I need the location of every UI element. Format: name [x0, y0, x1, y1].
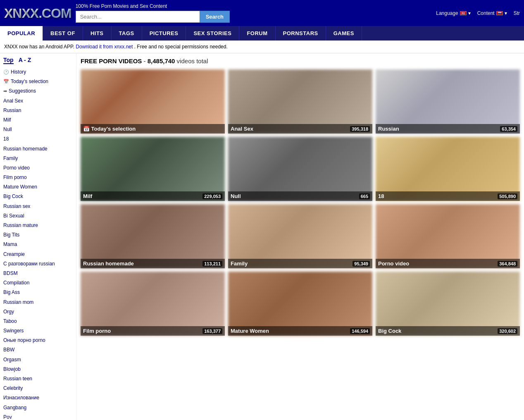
- str-button[interactable]: Str: [514, 10, 520, 16]
- video-thumb-7[interactable]: Family95,349: [228, 204, 372, 268]
- nav-item-games[interactable]: GAMES: [326, 26, 362, 41]
- video-thumb-5[interactable]: 18505,890: [376, 137, 520, 201]
- sidebar-category-russian-sex[interactable]: Russian sex: [2, 202, 76, 211]
- sidebar-category-bdsm[interactable]: BDSM: [2, 269, 76, 278]
- video-thumb-10[interactable]: Mature Women146,594: [228, 272, 372, 336]
- sidebar-category-film-porno[interactable]: Film porno: [2, 173, 76, 182]
- video-thumb-6[interactable]: Russian homemade113,211: [81, 204, 225, 268]
- sidebar-category-pov[interactable]: Pov: [2, 413, 76, 420]
- sidebar-category-creampie[interactable]: Creampie: [2, 250, 76, 259]
- sidebar-category-bbw[interactable]: BBW: [2, 345, 76, 355]
- video-thumb-3[interactable]: Milf229,053: [81, 137, 225, 201]
- video-title-0: 📅 Today's selection: [83, 126, 136, 132]
- video-label-2: Russian63,354: [376, 124, 520, 134]
- nav-item-hits[interactable]: HITS: [83, 26, 112, 41]
- video-thumb-9[interactable]: Film porno163,377: [81, 272, 225, 336]
- nav-item-pornstars[interactable]: PORNSTARS: [276, 26, 326, 41]
- sidebar-category-milf[interactable]: Milf: [2, 115, 76, 125]
- video-count-3: 229,053: [202, 193, 222, 199]
- sidebar-category-orgy[interactable]: Orgy: [2, 307, 76, 317]
- video-thumb-11[interactable]: Big Cock320,602: [376, 272, 520, 336]
- video-count-4: 665: [359, 193, 370, 199]
- video-label-11: Big Cock320,602: [376, 326, 520, 336]
- sidebar-category-taboo[interactable]: Taboo: [2, 317, 76, 326]
- video-thumb-8[interactable]: Porno video364,848: [376, 204, 520, 268]
- sidebar-category-blowjob[interactable]: Blowjob: [2, 365, 76, 374]
- video-count-8: 364,848: [498, 261, 517, 267]
- navbar: POPULARBEST OFHITSTAGSPICTURESSEX STORIE…: [0, 26, 524, 41]
- sidebar-category-gangbang[interactable]: Gangbang: [2, 403, 76, 413]
- video-label-5: 18505,890: [376, 191, 520, 201]
- logo-area: XNXX.COM: [4, 7, 71, 20]
- video-count-1: 395,318: [350, 126, 370, 132]
- video-label-9: Film porno163,377: [81, 326, 225, 336]
- sidebar-tab-az[interactable]: A - Z: [19, 57, 31, 64]
- site-logo[interactable]: XNXX.COM: [4, 7, 71, 20]
- video-title-3: Milf: [83, 193, 92, 199]
- sidebar-category-18[interactable]: 18: [2, 134, 76, 144]
- sidebar-category-big-ass[interactable]: Big Ass: [2, 288, 76, 297]
- sidebar-category-russian-homemade[interactable]: Russian homemade: [2, 144, 76, 154]
- language-button[interactable]: Language 🇬🇧 ▾: [436, 10, 470, 16]
- sidebar-category-anal-sex[interactable]: Anal Sex: [2, 96, 76, 106]
- sidebar-link-history[interactable]: 🕐History: [2, 67, 76, 77]
- video-count-11: 320,602: [498, 328, 517, 334]
- nav-item-sex-stories[interactable]: SEX STORIES: [186, 26, 239, 41]
- sidebar-category-russian[interactable]: Russian: [2, 106, 76, 115]
- sidebar-category-russian-mom[interactable]: Russian mom: [2, 298, 76, 307]
- sidebar-link-icon: ➡: [3, 88, 7, 95]
- sidebar-category-big-cock[interactable]: Big Cock: [2, 192, 76, 201]
- video-title-5: 18: [378, 193, 384, 199]
- header-middle: 100% Free Porn Movies and Sex Content Se…: [76, 3, 432, 23]
- tagline: 100% Free Porn Movies and Sex Content: [76, 3, 432, 9]
- sidebar-category-с-разговорами-russian[interactable]: С разговорами russian: [2, 259, 76, 269]
- video-label-0: 📅 Today's selection: [81, 124, 225, 134]
- sidebar-category-swingers[interactable]: Swingers: [2, 326, 76, 336]
- search-input[interactable]: [76, 11, 200, 23]
- sidebar-category-celebrity[interactable]: Celebrity: [2, 384, 76, 393]
- sidebar-category-porno-video[interactable]: Porno video: [2, 163, 76, 173]
- content-flag-icon: 🇷🇺: [496, 11, 503, 15]
- video-title-9: Film porno: [83, 328, 111, 334]
- sidebar-special-links: 🕐History📅Today's selection➡Suggestions: [2, 67, 76, 96]
- sidebar-link-label: Suggestions: [9, 87, 36, 95]
- sidebar-link-suggestions[interactable]: ➡Suggestions: [2, 86, 76, 96]
- nav-item-pictures[interactable]: PICTURES: [142, 26, 186, 41]
- video-thumb-1[interactable]: Anal Sex395,318: [228, 69, 372, 134]
- language-flag-icon: 🇬🇧: [460, 11, 467, 15]
- nav-item-popular[interactable]: POPULAR: [0, 26, 43, 41]
- content-chevron-icon: ▾: [505, 10, 507, 16]
- header: XNXX.COM 100% Free Porn Movies and Sex C…: [0, 0, 524, 26]
- nav-item-tags[interactable]: TAGS: [112, 26, 142, 41]
- video-thumb-2[interactable]: Russian63,354: [376, 69, 520, 134]
- sidebar-category-family[interactable]: Family: [2, 154, 76, 163]
- sidebar-category-big-tits[interactable]: Big Tits: [2, 230, 76, 240]
- video-thumb-4[interactable]: Null665: [228, 137, 372, 201]
- video-label-4: Null665: [228, 191, 372, 201]
- android-download-link[interactable]: Download it from xnxx.net: [76, 44, 133, 50]
- sidebar-category-russian-teen[interactable]: Russian teen: [2, 374, 76, 384]
- sidebar-category-mama[interactable]: Mama: [2, 240, 76, 249]
- sidebar-category-orgasm[interactable]: Orgasm: [2, 355, 76, 365]
- sidebar: Top A - Z 🕐History📅Today's selection➡Sug…: [0, 53, 76, 420]
- video-count-10: 146,594: [350, 328, 370, 334]
- sidebar-category-оные-порно-porno[interactable]: Оные порно porno: [2, 336, 76, 345]
- sidebar-category-russian-mature[interactable]: Russian mature: [2, 221, 76, 230]
- content-button[interactable]: Content 🇷🇺 ▾: [477, 10, 507, 16]
- content-count-suffix: videos total: [177, 57, 208, 64]
- search-button[interactable]: Search: [200, 11, 230, 23]
- sidebar-tab-top[interactable]: Top: [3, 57, 14, 64]
- language-chevron-icon: ▾: [468, 10, 471, 16]
- sidebar-category-bi-sexual[interactable]: Bi Sexual: [2, 211, 76, 221]
- video-label-8: Porno video364,848: [376, 259, 520, 268]
- search-form: Search: [76, 11, 432, 23]
- sidebar-category-compilation[interactable]: Compilation: [2, 278, 76, 288]
- nav-item-best-of[interactable]: BEST OF: [43, 26, 83, 41]
- video-title-7: Family: [231, 260, 248, 267]
- sidebar-category-mature-women[interactable]: Mature Women: [2, 182, 76, 192]
- sidebar-category-изнасилование[interactable]: Изнасилование: [2, 393, 76, 403]
- video-thumb-0[interactable]: 📅 Today's selection: [81, 69, 225, 134]
- sidebar-link-today's-selection[interactable]: 📅Today's selection: [2, 77, 76, 86]
- nav-item-forum[interactable]: FORUM: [239, 26, 275, 41]
- sidebar-category-null[interactable]: Null: [2, 125, 76, 134]
